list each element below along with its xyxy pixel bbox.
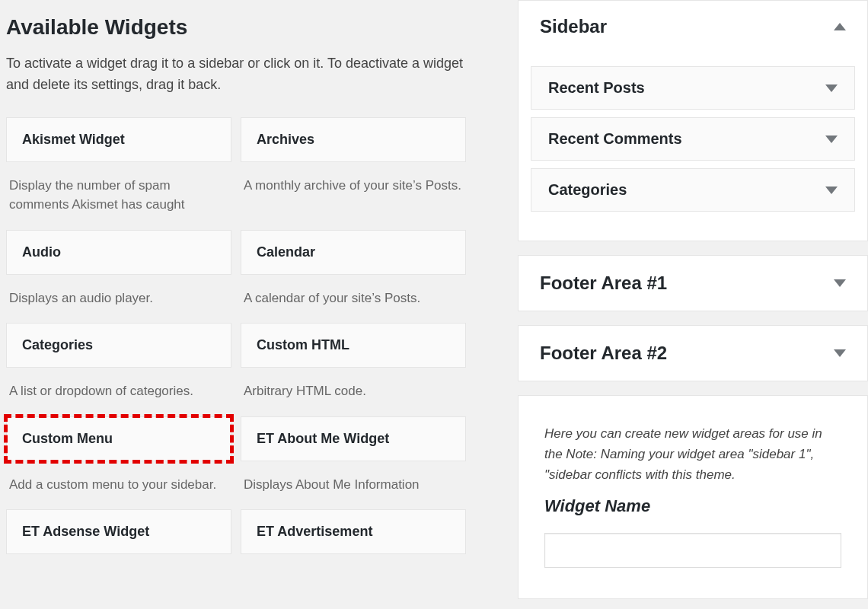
widget-audio[interactable]: Audio [6, 230, 231, 275]
widget-calendar[interactable]: Calendar [241, 230, 466, 275]
widget-item: Custom HTML Arbitrary HTML code. [241, 323, 466, 407]
widget-name-label: Widget Name [544, 496, 841, 516]
page-title: Available Widgets [6, 15, 466, 40]
widget-desc: A monthly archive of your site’s Posts. [241, 162, 466, 202]
widget-item: ET Advertisement [241, 509, 466, 554]
widget-name-input[interactable] [544, 533, 841, 568]
widget-item: Calendar A calendar of your site’s Posts… [241, 230, 466, 314]
widget-desc: A calendar of your site’s Posts. [241, 275, 466, 314]
widget-desc: Arbitrary HTML code. [241, 368, 466, 407]
area-title: Footer Area #2 [540, 343, 667, 364]
sidebar-widget-categories[interactable]: Categories [531, 168, 855, 212]
widget-item: ET Adsense Widget [6, 509, 231, 554]
widget-item: Audio Displays an audio player. [6, 230, 231, 314]
widget-item: Akismet Widget Display the number of spa… [6, 117, 231, 221]
chevron-down-icon [834, 349, 846, 357]
sidebar-area-panel: Sidebar Recent Posts Recent Comments Cat… [518, 0, 868, 241]
footer2-area-header[interactable]: Footer Area #2 [518, 325, 868, 381]
chevron-down-icon [825, 84, 838, 92]
area-title: Sidebar [540, 16, 607, 37]
sidebar-area-header[interactable]: Sidebar [519, 1, 867, 53]
sub-widget-title: Recent Posts [548, 79, 645, 97]
widget-et-advertisement[interactable]: ET Advertisement [241, 509, 466, 554]
chevron-down-icon [825, 187, 838, 194]
widget-desc: Displays About Me Information [241, 461, 466, 501]
available-widgets-grid: Akismet Widget Display the number of spa… [6, 117, 466, 555]
widget-item: ET About Me Widget Displays About Me Inf… [241, 416, 466, 501]
sidebar-widget-recent-comments[interactable]: Recent Comments [531, 117, 855, 161]
chevron-down-icon [825, 136, 838, 143]
area-title: Footer Area #1 [540, 273, 667, 294]
widget-custom-html[interactable]: Custom HTML [241, 323, 466, 368]
sidebar-widget-recent-posts[interactable]: Recent Posts [531, 66, 855, 110]
widget-akismet[interactable]: Akismet Widget [6, 117, 231, 162]
widget-item: Custom Menu Add a custom menu to your si… [6, 416, 231, 501]
widget-archives[interactable]: Archives [241, 117, 466, 162]
widget-item: Categories A list or dropdown of categor… [6, 323, 231, 407]
chevron-down-icon [834, 279, 846, 287]
widget-categories[interactable]: Categories [6, 323, 231, 368]
widget-desc: Display the number of spam comments Akis… [6, 162, 231, 221]
create-area-description: Here you can create new widget areas for… [544, 423, 841, 486]
sidebar-area-body: Recent Posts Recent Comments Categories [519, 53, 867, 234]
sub-widget-title: Recent Comments [548, 130, 682, 148]
page-description: To activate a widget drag it to a sideba… [6, 53, 463, 96]
widget-desc: A list or dropdown of categories. [6, 368, 231, 407]
sub-widget-title: Categories [548, 181, 627, 199]
widget-item: Archives A monthly archive of your site’… [241, 117, 466, 221]
chevron-up-icon [834, 23, 846, 30]
widget-custom-menu[interactable]: Custom Menu [6, 416, 231, 461]
widget-et-about-me[interactable]: ET About Me Widget [241, 416, 466, 461]
widget-et-adsense[interactable]: ET Adsense Widget [6, 509, 231, 554]
widget-desc: Displays an audio player. [6, 275, 231, 314]
create-widget-area-panel: Here you can create new widget areas for… [518, 395, 868, 599]
footer1-area-header[interactable]: Footer Area #1 [518, 255, 868, 311]
widget-desc: Add a custom menu to your sidebar. [6, 461, 231, 501]
